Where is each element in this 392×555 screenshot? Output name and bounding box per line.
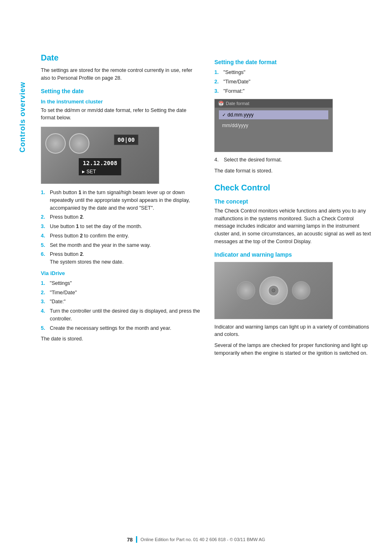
idrive-step-4-text: Turn the controller until the desired da… <box>50 307 202 323</box>
idrive-steps: 1. "Settings" 2. "Time/Date" 3. "Date:" … <box>41 280 202 332</box>
step-2-num: 2. <box>41 213 47 221</box>
step-1: 1. Push button 1 in the turn signal/high… <box>41 189 202 212</box>
step-5-num: 5. <box>41 242 47 249</box>
idrive-step-5-num: 5. <box>41 324 47 332</box>
idrive-step-3-text: "Date:" <box>50 298 202 306</box>
warning-gauge-large: ⚙ <box>259 276 288 305</box>
step-6: 6. Press button 2.The system stores the … <box>41 251 202 266</box>
via-idrive-title: Via iDrive <box>41 270 202 276</box>
date-format-header: 📅 Date format <box>215 99 332 108</box>
footer-separator <box>136 536 137 543</box>
footer-text: Online Edition for Part no. 01 40 2 606 … <box>140 537 265 542</box>
format-step-3: 3. "Format:" <box>214 87 376 95</box>
page-number: 78 <box>127 537 133 543</box>
step4-select-text: 4. Select the desired format. <box>214 156 376 164</box>
format-step-1-text: "Settings" <box>223 69 376 76</box>
date-format-screen-title: Date format <box>226 101 249 106</box>
step-6-text: Press button 2.The system stores the new… <box>50 251 202 266</box>
date-intro-text: The settings are stored for the remote c… <box>41 67 202 82</box>
format-step-1-num: 1. <box>214 69 221 76</box>
date-section-title: Date <box>41 53 202 63</box>
warning-gauge-small-left <box>237 281 255 300</box>
instrument-cluster-text: To set the dd/mm or mm/dd date format, r… <box>41 107 202 122</box>
indicator-text-2: Several of the lamps are checked for pro… <box>214 342 376 357</box>
instrument-cluster-image: 00|00 12.12.2008 SET <box>41 127 159 184</box>
check-control-title: Check Control <box>214 183 376 192</box>
right-column: Setting the date format 1. "Settings" 2.… <box>214 53 376 555</box>
calendar-icon: 📅 <box>218 101 224 106</box>
step-5-text: Set the month and the year in the same w… <box>50 242 202 249</box>
step-4-text: Press button 2 to confirm the entry. <box>50 232 202 240</box>
date-format-screen: 📅 Date format dd.mm.yyyy mm/dd/yyyy <box>214 99 333 152</box>
instrument-steps: 1. Push button 1 in the turn signal/high… <box>41 189 202 266</box>
page-container: Controls overview Date The settings are … <box>0 0 392 555</box>
step-4: 4. Press button 2 to confirm the entry. <box>41 232 202 240</box>
format-step-3-num: 3. <box>214 87 221 95</box>
date-format-option-1: dd.mm.yyyy <box>219 110 328 119</box>
date-format-body: dd.mm.yyyy mm/dd/yyyy <box>215 108 332 152</box>
warning-image-inner: ⚙ <box>215 262 332 319</box>
warning-lamps-image: ⚙ <box>214 262 333 319</box>
step-2-text: Press button 2. <box>50 213 202 221</box>
idrive-step-2-text: "Time/Date" <box>50 289 202 297</box>
warning-symbol: ⚙ <box>268 285 279 296</box>
indicator-warning-title: Indicator and warning lamps <box>214 251 376 258</box>
idrive-step-4-num: 4. <box>41 307 47 323</box>
idrive-step-2: 2. "Time/Date" <box>41 289 202 297</box>
gauge-right <box>69 133 89 154</box>
instrument-image-inner: 00|00 12.12.2008 SET <box>41 127 159 184</box>
idrive-step-3-num: 3. <box>41 298 47 306</box>
idrive-step-4: 4. Turn the controller until the desired… <box>41 307 202 323</box>
gauge-group <box>45 133 89 154</box>
warning-gauge-small-right <box>292 281 310 300</box>
left-column: Date The settings are stored for the rem… <box>41 53 202 555</box>
format-step-1: 1. "Settings" <box>214 69 376 76</box>
step-3: 3. Use button 1 to set the day of the mo… <box>41 223 202 231</box>
step-5: 5. Set the month and the year in the sam… <box>41 242 202 249</box>
concept-text: The Check Control monitors vehicle funct… <box>214 207 376 246</box>
step-6-num: 6. <box>41 251 47 266</box>
step-3-num: 3. <box>41 223 47 231</box>
idrive-step-2-num: 2. <box>41 289 47 297</box>
date-format-option-2: mm/dd/yyyy <box>219 121 328 130</box>
concept-title: The concept <box>214 198 376 205</box>
date-format-steps: 1. "Settings" 2. "Time/Date" 3. "Format:… <box>214 69 376 95</box>
instrument-cluster-title: In the instrument cluster <box>41 98 202 105</box>
setting-date-title: Setting the date <box>41 88 202 94</box>
step-4-num: 4. <box>41 232 47 240</box>
content-area: Date The settings are stored for the rem… <box>33 53 384 555</box>
idrive-step-1-num: 1. <box>41 280 47 287</box>
step-2: 2. Press button 2. <box>41 213 202 221</box>
format-step-2-num: 2. <box>214 78 221 86</box>
format-step-3-text: "Format:" <box>223 87 376 95</box>
gauge-large-inner: ⚙ <box>260 277 287 304</box>
idrive-step-3: 3. "Date:" <box>41 298 202 306</box>
setting-date-format-title: Setting the date format <box>214 59 376 65</box>
step-1-text: Push button 1 in the turn signal/high be… <box>50 189 202 212</box>
idrive-step-5: 5. Create the necessary settings for the… <box>41 324 202 332</box>
idrive-step-5-text: Create the necessary settings for the mo… <box>50 324 202 332</box>
idrive-step-1-text: "Settings" <box>50 280 202 287</box>
format-step-2-text: "Time/Date" <box>223 78 376 86</box>
step-3-text: Use button 1 to set the day of the month… <box>50 223 202 231</box>
indicator-text-1: Indicator and warning lamps can light up… <box>214 323 376 339</box>
set-display-text: SET <box>79 168 121 175</box>
date-stored-text: The date is stored. <box>41 335 202 343</box>
gauge-left <box>45 133 66 154</box>
format-step-2: 2. "Time/Date" <box>214 78 376 86</box>
idrive-step-1: 1. "Settings" <box>41 280 202 287</box>
date-format-stored-text: The date format is stored. <box>214 167 376 175</box>
date-display-text: 12.12.2008 <box>79 158 121 168</box>
footer: 78 Online Edition for Part no. 01 40 2 6… <box>0 536 392 543</box>
sidebar-label: Controls overview <box>12 74 33 161</box>
time-display: 00|00 <box>114 134 138 145</box>
instrument-display: 12.12.2008 SET <box>79 158 121 175</box>
step-1-num: 1. <box>41 189 47 212</box>
